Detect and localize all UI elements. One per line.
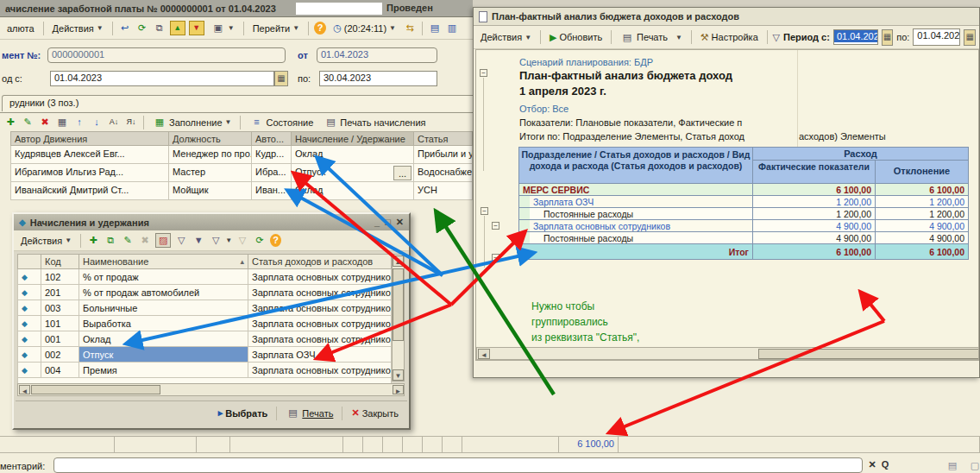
close-icon[interactable]: ✕ (396, 217, 404, 228)
lookup-help-icon[interactable]: ? (270, 234, 281, 247)
report-row-label[interactable]: Итог (518, 244, 753, 260)
lookup-cell-article[interactable]: Зарплата основных сотрудников (248, 285, 392, 300)
lookup-vscrollbar[interactable]: ▲ ▼ (392, 254, 405, 382)
report-print-button[interactable]: ▤Печать▼ (617, 30, 686, 45)
lookup-titlebar[interactable]: ◆ Начисления и удержания _ □ ✕ (14, 214, 409, 230)
lookup-cell-code[interactable]: 101 (41, 316, 79, 331)
tree-collapse-group3[interactable]: − (492, 254, 499, 262)
help-icon[interactable]: ? (314, 22, 326, 35)
unpost-icon[interactable]: ▼ (189, 21, 204, 35)
payroll-cell[interactable]: Кудр... (252, 146, 292, 164)
payroll-cell[interactable]: Водоснабжение (414, 164, 473, 182)
post-icon[interactable]: ▲ (170, 21, 185, 35)
payroll-cell[interactable]: Оклад (292, 182, 414, 200)
delete-row-icon[interactable]: ✖ (38, 116, 52, 129)
scroll-down-icon[interactable]: ▼ (393, 369, 404, 381)
col-auto[interactable]: Авто... (252, 131, 292, 146)
report-row-label[interactable]: Постоянные расходы (518, 232, 753, 244)
report-row-label[interactable]: Зарплата ОЗЧ (518, 196, 753, 208)
report-row-fact[interactable]: 4 900,00 (753, 232, 876, 244)
bottom-doc-icon[interactable]: ▢ (968, 459, 980, 472)
select-button[interactable]: ▸Выбрать (215, 407, 272, 419)
lookup-cell-article[interactable]: Зарплата основных сотрудников (248, 316, 392, 331)
bottom-print-icon[interactable]: ▤ (945, 459, 959, 472)
report-row-fact[interactable]: 4 900,00 (753, 220, 876, 232)
report-row-dev[interactable]: 1 200,00 (876, 196, 969, 208)
ellipsis-button[interactable]: ... (393, 166, 411, 180)
tree-collapse-header[interactable]: − (480, 69, 487, 77)
scroll-thumb[interactable] (31, 385, 160, 394)
report-row-fact[interactable]: 1 200,00 (753, 208, 876, 220)
add-row-icon[interactable]: ✚ (3, 116, 17, 129)
period-from-field[interactable]: 01.04.2023 (50, 71, 274, 86)
scroll-thumb[interactable] (758, 349, 979, 359)
tree-collapse-group1[interactable]: − (481, 207, 488, 215)
save-close-icon[interactable]: ↩ (118, 22, 132, 35)
actions-menu[interactable]: Действия▼ (49, 22, 107, 35)
scroll-right-icon[interactable]: ► (393, 385, 404, 394)
report-row-dev[interactable]: 6 100,00 (876, 244, 969, 260)
payroll-cell[interactable]: Кудрявцев Алексей Евг... (10, 146, 169, 164)
report-period-from-field[interactable]: 01.04.2023 (833, 29, 878, 45)
lookup-copy-icon[interactable]: ⧉ (104, 234, 117, 247)
exchange-icon[interactable]: ⇆ (403, 22, 417, 35)
col-accrual[interactable]: Начисление / Удержание (292, 131, 414, 146)
report-row-label[interactable]: Постоянные расходы (518, 208, 753, 220)
scroll-thumb[interactable] (393, 268, 404, 341)
state-button[interactable]: ≡Состояние (246, 115, 317, 129)
lookup-cell-code[interactable]: 201 (41, 285, 79, 300)
sort-asc-icon[interactable]: А↓ (107, 116, 121, 129)
filter-by-value-icon[interactable]: ▼ (192, 234, 205, 247)
lookup-cell-article[interactable]: Зарплата основных сотрудников (248, 331, 392, 347)
minimize-icon[interactable]: _ (374, 217, 380, 228)
goto-menu[interactable]: Перейти▼ (249, 22, 304, 35)
report-row-dev[interactable]: 1 200,00 (876, 208, 969, 220)
payroll-cell[interactable]: УСН (414, 182, 473, 200)
lookup-refresh-icon[interactable]: ⟳ (253, 234, 267, 247)
lookup-edit-icon[interactable]: ✎ (121, 234, 135, 247)
lookup-cell-code[interactable]: 004 (41, 363, 79, 378)
list-settings-icon[interactable]: ▥ (445, 22, 459, 35)
report-actions-menu[interactable]: Действия▼ (477, 31, 535, 43)
lookup-cell-name[interactable]: Оклад (79, 331, 248, 347)
comment-clear-icon[interactable]: ✕ (866, 459, 878, 472)
calendar-icon[interactable]: ▦ (274, 71, 288, 86)
lookup-cell-article[interactable]: Зарплата основных сотрудников (248, 300, 392, 316)
lookup-cell-name[interactable]: Отпуск (79, 347, 248, 363)
lookup-cell-article[interactable]: Зарплата основных сотрудников (248, 363, 392, 378)
lookup-cell-name[interactable]: Выработка (79, 316, 248, 331)
report-settings-button[interactable]: ⚒Настройка (697, 31, 762, 44)
lookup-cell-article[interactable]: Зарплата основных сотрудников (248, 269, 392, 285)
structure-icon[interactable]: ▤ (428, 22, 442, 35)
payroll-cell[interactable]: Иван... (252, 182, 292, 200)
footer-cell[interactable]: 6 100,00 (559, 437, 619, 452)
lookup-cell-name[interactable]: % от продаж автомобилей (79, 285, 248, 300)
scroll-left-icon[interactable]: ◄ (19, 385, 30, 394)
maximize-icon[interactable]: □ (385, 217, 391, 228)
report-row-dev[interactable]: 6 100,00 (876, 184, 969, 196)
comment-zoom-icon[interactable]: Q (879, 459, 891, 472)
comment-field[interactable] (53, 457, 863, 473)
payroll-cell[interactable]: Оклад (292, 146, 414, 164)
lookup-col-name[interactable]: Наименование ▴ (79, 254, 248, 269)
payroll-cell[interactable]: Ибрагимов Ильгиз Рад... (10, 164, 169, 182)
fill-button[interactable]: ▦Заполнение▼ (149, 115, 235, 129)
hierarchy-toggle-icon[interactable]: ▨ (155, 233, 171, 248)
edit-row-icon[interactable]: ✎ (21, 116, 35, 129)
report-row-dev[interactable]: 4 900,00 (876, 232, 969, 244)
report-refresh-button[interactable]: ▶Обновить (546, 31, 606, 44)
lookup-cell-code[interactable]: 001 (41, 331, 79, 347)
tree-collapse-group2[interactable]: − (492, 222, 499, 230)
refresh-icon[interactable]: ⟳ (135, 22, 149, 35)
copy-icon[interactable]: ⧉ (153, 22, 166, 35)
move-down-icon[interactable]: ↓ (90, 116, 104, 129)
col-article[interactable]: Статья (414, 131, 473, 146)
lookup-cell-name[interactable]: % от продаж (79, 269, 248, 285)
lookup-hscrollbar[interactable]: ◄ ► (17, 383, 405, 396)
print-accrual-button[interactable]: ▤Печать начисления (320, 115, 429, 129)
lookup-close-button[interactable]: ✕Закрыть (348, 407, 402, 419)
lookup-cell-code[interactable]: 003 (41, 300, 79, 316)
scroll-left-icon[interactable]: ◄ (478, 349, 490, 359)
payroll-cell[interactable]: Прибыли и убытки ... (414, 146, 473, 164)
payroll-cell[interactable]: Мастер (169, 164, 252, 182)
